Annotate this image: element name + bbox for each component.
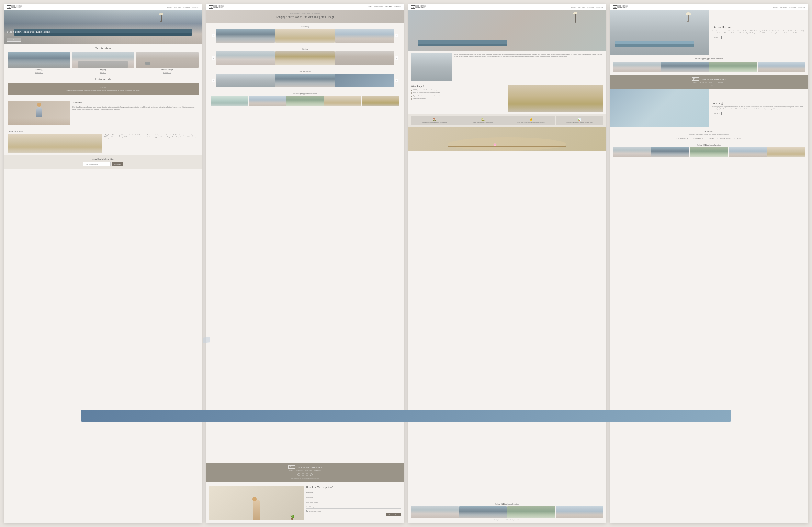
mailing-section: Join Our Mailing List Subscribe [4, 155, 202, 169]
hero-btn-1[interactable]: View More → [7, 38, 21, 42]
w3-follow-section: Follow @FiggHouseInteriors Staging Home … [408, 501, 606, 523]
nav-links-2[interactable]: HOME PORTFOLIO GALLERY CONTACT [368, 6, 401, 8]
form-message[interactable] [306, 505, 401, 509]
footer4-link-contact[interactable]: CONTACT [718, 82, 725, 83]
nav-links-3[interactable]: HOME SERVICES GALLERY CONTACT [571, 6, 603, 8]
nav-services[interactable]: SERVICES [174, 6, 181, 8]
footer-links-4[interactable]: HOME SERVICES GALLERY CONTACT [613, 82, 805, 83]
footer4-link-services[interactable]: SERVICES [700, 82, 707, 83]
about-text: About Us Figg House Interiors are a loca… [72, 101, 199, 125]
mailing-input[interactable] [83, 162, 111, 166]
nav-links-4[interactable]: HOME SERVICES GALLERY CONTACT [773, 6, 805, 8]
mailing-btn[interactable]: Subscribe [112, 162, 123, 166]
staging-intro-text: We can transform dull and enhance your i… [454, 53, 603, 81]
w4-suppliers-desc: We source from all major retailers, loca… [613, 134, 805, 135]
footer4-link-home[interactable]: HOME [693, 82, 697, 83]
nav2-home[interactable]: HOME [368, 6, 372, 8]
footer-link-contact[interactable]: CONTACT [314, 470, 321, 472]
social-instagram[interactable]: i [306, 473, 308, 476]
social-icons-2: p f i ■ [209, 473, 401, 476]
nav3-home[interactable]: HOME [571, 6, 576, 8]
nav-contact[interactable]: CONTACT [192, 6, 199, 8]
nav2-portfolio[interactable]: PORTFOLIO [374, 6, 383, 8]
nav4-services[interactable]: SERVICES [780, 6, 787, 8]
privacy-checkbox[interactable] [306, 510, 308, 512]
about-heading: About Us [72, 101, 199, 105]
w4-follow-bottom: Follow @FiggHouseInteriors [610, 142, 808, 159]
service-link-sourcing[interactable]: Find out → [35, 71, 43, 74]
w4-suppliers-title: Suppliers [613, 130, 805, 133]
social-facebook[interactable]: f [302, 473, 304, 476]
sourcing-img-2 [275, 29, 335, 43]
staging-img-2 [275, 51, 335, 65]
nav-home[interactable]: HOME [167, 6, 172, 8]
contact-submit[interactable]: Contact Us → [386, 513, 402, 516]
sourcing-grid [216, 29, 394, 43]
social-pinterest[interactable]: p [297, 473, 300, 476]
interior-prev[interactable]: ‹ [212, 79, 215, 82]
logo-box-2: F|H [209, 5, 213, 9]
sourcing-prev[interactable]: ‹ [212, 34, 215, 37]
logo-text-3: FIGG HOUSEINTERIORS [415, 5, 426, 9]
w3-hero: One chance to make a first impression & … [408, 10, 606, 51]
social4-instagram[interactable]: i [710, 85, 710, 87]
sourcing-section: Sourcing ‹ › [206, 23, 404, 45]
w4-interior-text: Interior Design Our interior house inter… [709, 10, 808, 55]
w4-fb-img-5 [767, 147, 805, 157]
supplier-farrow: Farrow&Ball [677, 137, 688, 139]
w4-follow-img-1 [613, 62, 661, 72]
staging-next[interactable]: › [395, 56, 398, 60]
nav-links-1[interactable]: HOME SERVICES GALLERY CONTACT [167, 6, 199, 8]
sourcing-img-1 [216, 29, 275, 43]
logo-1: F|H FIGG HOUSEINTERIORS [7, 5, 22, 9]
nav3-gallery[interactable]: GALLERY [587, 6, 594, 8]
why-item-1: Will help you to maximise the value of y… [411, 89, 506, 91]
nav-gallery[interactable]: GALLERY [183, 6, 190, 8]
form-phone[interactable] [306, 501, 401, 504]
form-email[interactable] [306, 496, 401, 499]
privacy-label: Accept Privacy Policy [309, 510, 321, 512]
social4-facebook[interactable]: f [708, 85, 708, 87]
service-link-staging[interactable]: Learn → [100, 71, 106, 74]
w4-fb-img-1 [613, 147, 651, 157]
w4-follow-img-2 [661, 62, 709, 72]
footer-logo-text: FIGG HOUSE INTERIORS [297, 466, 322, 468]
why-text-1: Will help you to maximise the value of y… [413, 89, 439, 91]
social4-pinterest[interactable]: p [706, 85, 707, 87]
mailing-form: Subscribe [8, 162, 199, 166]
nav2-contact[interactable]: CONTACT [394, 6, 401, 8]
nav2-gallery[interactable]: GALLERY [385, 6, 392, 8]
w4-sourcing-btn[interactable]: Find out → [712, 112, 722, 115]
form-name[interactable] [306, 491, 401, 494]
hero-sofa [418, 40, 507, 47]
nav4-home[interactable]: HOME [773, 6, 778, 8]
nav3-services[interactable]: SERVICES [578, 6, 585, 8]
footer-links-2[interactable]: HOME SERVICES GALLERY CONTACT [209, 470, 401, 472]
staging-section: Staging ‹ › [206, 45, 404, 68]
testimonial-name: Sandra [11, 86, 195, 88]
stat-1: 🏠 Staging boosts interest significantly,… [411, 116, 459, 125]
w4-interior-btn[interactable]: Contact → [712, 36, 722, 39]
nav3-contact[interactable]: CONTACT [596, 6, 603, 8]
stats-section: 🏠 Staging boosts interest significantly,… [408, 114, 606, 127]
contact-section: 🌿 How Can We Help You? Accept Privacy Po… [206, 483, 404, 523]
sourcing-img-3 [335, 29, 394, 43]
w4-follow-title: Follow @FiggHouseInteriors [613, 57, 805, 60]
hero-content-1: Make Your House Feel Like Home View More… [7, 30, 50, 42]
w3-gallery-img-1 [411, 506, 459, 518]
interior-img-2 [275, 74, 335, 87]
social4-other[interactable]: ■ [711, 85, 712, 87]
footer-link-services[interactable]: SERVICES [296, 470, 303, 472]
w4-sourcing-title: Sourcing [712, 101, 805, 105]
social-other[interactable]: ■ [310, 473, 313, 476]
staging-prev[interactable]: ‹ [212, 56, 215, 60]
nav4-contact[interactable]: CONTACT [798, 6, 805, 8]
service-link-interior[interactable]: Discover → [163, 71, 171, 74]
sourcing-next[interactable]: › [395, 34, 398, 37]
interior-next[interactable]: › [395, 79, 398, 82]
logo-4: F|H FIGG HOUSEINTERIORS [613, 5, 628, 9]
nav4-gallery[interactable]: GALLERY [789, 6, 796, 8]
footer-link-home[interactable]: HOME [289, 470, 293, 472]
footer-link-gallery[interactable]: GALLERY [305, 470, 312, 472]
footer4-link-gallery[interactable]: GALLERY [709, 82, 715, 83]
